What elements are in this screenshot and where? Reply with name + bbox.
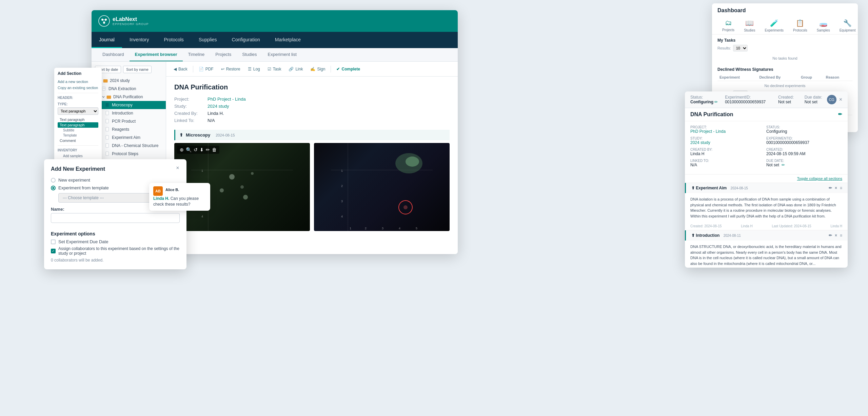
tree-item-dna-purification[interactable]: DNA Purification	[92, 93, 166, 101]
copy-existing-section-option[interactable]: Copy an existing section	[58, 85, 98, 91]
detail-expid-val: 0001000000000659937	[766, 140, 842, 145]
type-select[interactable]: Text paragraph	[58, 107, 98, 115]
task-button[interactable]: ☑ Task	[264, 65, 285, 73]
tree-item-pcr[interactable]: PCR Product	[92, 117, 166, 125]
subnav-experiment-list[interactable]: Experiment list	[262, 48, 302, 61]
detail-info-grid: Project: PhD Project - Linda Status: Con…	[685, 121, 848, 174]
section-icon-2: ⬆	[691, 233, 695, 238]
text-paragraph-selected[interactable]: Text paragraph	[58, 122, 98, 128]
sort-by-name-button[interactable]: Sort by name	[123, 66, 151, 73]
logo-main-text: eLabNext	[113, 16, 149, 22]
detail-study-val[interactable]: 2024 study	[690, 140, 766, 145]
meta-study-value[interactable]: 2024 study	[208, 104, 450, 109]
top-bar: eLabNext EPPENDORF GROUP	[92, 10, 458, 32]
dash-protocols[interactable]: 📋 Protocols	[788, 17, 812, 34]
nav-marketplace[interactable]: Marketplace	[268, 32, 308, 48]
section-header-exp-aim: ⬆ Experiment Aim 2024-08-15 ✏ × ≡	[685, 183, 848, 193]
subnav-projects[interactable]: Projects	[210, 48, 237, 61]
toggle-all-sections-link[interactable]: Toggle collapse all sections	[797, 176, 842, 181]
comment-option[interactable]: Comment	[58, 138, 98, 143]
detail-project-val[interactable]: PhD Project - Linda	[690, 129, 766, 134]
back-button[interactable]: ◀ Back	[170, 65, 191, 73]
detail-due-val[interactable]: Not set ✏	[766, 163, 842, 167]
dash-experiments[interactable]: 🧪 Experiments	[760, 17, 788, 34]
tree-item-dna-extraction[interactable]: DNA Extraction	[92, 85, 166, 93]
detail-due-item: Due date: Not set ✏	[766, 159, 842, 167]
tree-item-exp-aim[interactable]: Experiment Aim	[92, 133, 166, 142]
section-header: ⬆ Microscopy 2024-08-15	[174, 130, 450, 140]
studies-icon: 📖	[745, 19, 754, 27]
detail-created-label: Created:	[766, 148, 842, 151]
meta-study-label: Study:	[174, 104, 205, 109]
menu-section-icon[interactable]: ≡	[840, 186, 842, 190]
tree-item-introduction[interactable]: Introduction	[92, 109, 166, 117]
radio-new-experiment[interactable]: New experiment	[51, 178, 180, 183]
dash-studies[interactable]: 📖 Studies	[739, 17, 760, 34]
detail-linked-label: Linked To:	[690, 159, 766, 163]
tree-item-microscopy[interactable]: Microscopy	[92, 101, 166, 109]
collaborators-checkbox[interactable]	[51, 249, 56, 253]
svg-point-0	[99, 16, 110, 26]
subtitle-option[interactable]: Subtitle	[58, 128, 98, 133]
no-tasks-message: No tasks found	[717, 54, 852, 63]
nav-inventory[interactable]: Inventory	[122, 32, 157, 48]
edit-section-icon[interactable]: ✏	[829, 186, 832, 190]
microscope-image-2: 1 2 3 4 1 2 3 4 5	[314, 143, 450, 231]
meta-project-value[interactable]: PhD Project - Linda	[208, 97, 450, 102]
dash-equipment[interactable]: 🔧 Equipment	[835, 17, 858, 34]
due-date-checkbox[interactable]	[51, 240, 56, 244]
close-section-icon-2[interactable]: ×	[835, 233, 837, 238]
complete-button[interactable]: ✔ Complete	[333, 65, 363, 73]
dash-projects[interactable]: 🗂 Projects	[717, 17, 739, 34]
restore-icon: ↩	[221, 67, 224, 71]
meta-created-label: Created By:	[174, 111, 205, 116]
subnav-dashboard[interactable]: Dashboard	[97, 48, 130, 61]
checkbox-due-date[interactable]: Set Experiment Due Date	[51, 239, 180, 244]
close-detail-button[interactable]: ×	[839, 97, 842, 103]
edit-due-icon[interactable]: ✏	[782, 163, 785, 167]
section-intro-label: Introduction	[696, 233, 719, 238]
options-heading: Experiment options	[51, 231, 180, 236]
dialog-close-button[interactable]: ×	[174, 165, 181, 171]
nav-supplies[interactable]: Supplies	[191, 32, 224, 48]
experiment-name-input[interactable]	[51, 213, 180, 223]
close-section-icon[interactable]: ×	[835, 186, 837, 190]
updated-footer: Last Updated: 2024-08-15	[772, 224, 811, 228]
tree-item-reagents[interactable]: Reagents	[92, 125, 166, 133]
svg-rect-18	[106, 152, 109, 155]
pdf-button[interactable]: 📄 PDF	[195, 65, 217, 73]
add-new-section-option[interactable]: Add a new section	[58, 79, 98, 85]
nav-protocols[interactable]: Protocols	[157, 32, 191, 48]
dash-samples[interactable]: 🧫 Samples	[812, 17, 835, 34]
radio-new-dot	[51, 178, 56, 183]
inventory-label: Inventory	[58, 148, 98, 152]
header-section-label: Header:	[58, 96, 98, 100]
menu-section-icon-2[interactable]: ≡	[840, 233, 842, 238]
tree-item-protocol-steps[interactable]: Protocol Steps	[92, 150, 166, 158]
subnav-experiment-browser[interactable]: Experiment browser	[130, 48, 183, 61]
tree-item-dna-chem[interactable]: DNA - Chemical Structure	[92, 142, 166, 150]
log-button[interactable]: ☰ Log	[244, 65, 263, 73]
nav-journal[interactable]: Journal	[92, 32, 122, 48]
detail-createdby-val: Linda H	[690, 151, 766, 156]
checkbox-collaborators[interactable]: Assign collaborators to this experiment …	[51, 246, 180, 256]
text-paragraph-option[interactable]: Text paragraph	[58, 117, 98, 122]
tree-item-2024-study[interactable]: 2024 study	[92, 77, 166, 85]
restore-button[interactable]: ↩ Restore	[218, 65, 244, 73]
template-option[interactable]: Template	[58, 133, 98, 138]
link-button[interactable]: 🔗 Link	[285, 65, 306, 73]
subnav-timeline[interactable]: Timeline	[183, 48, 210, 61]
add-samples-option[interactable]: Add samples	[58, 153, 98, 159]
nav-configuration[interactable]: Configuration	[224, 32, 268, 48]
created-footer: Created: 2024-08-15	[690, 224, 722, 228]
log-icon: ☰	[248, 67, 252, 71]
results-select[interactable]: 10	[733, 45, 748, 51]
edit-section-icon-2[interactable]: ✏	[829, 233, 832, 238]
logo-area: eLabNext EPPENDORF GROUP	[98, 15, 149, 27]
subnav-studies[interactable]: Studies	[237, 48, 262, 61]
sign-button[interactable]: ✍ Sign	[307, 65, 329, 73]
svg-text:5: 5	[416, 227, 417, 230]
chat-sender-name: Alice B.	[165, 188, 179, 192]
edit-status-icon[interactable]: ✏	[714, 100, 718, 104]
edit-title-icon[interactable]: ✏	[838, 111, 842, 118]
